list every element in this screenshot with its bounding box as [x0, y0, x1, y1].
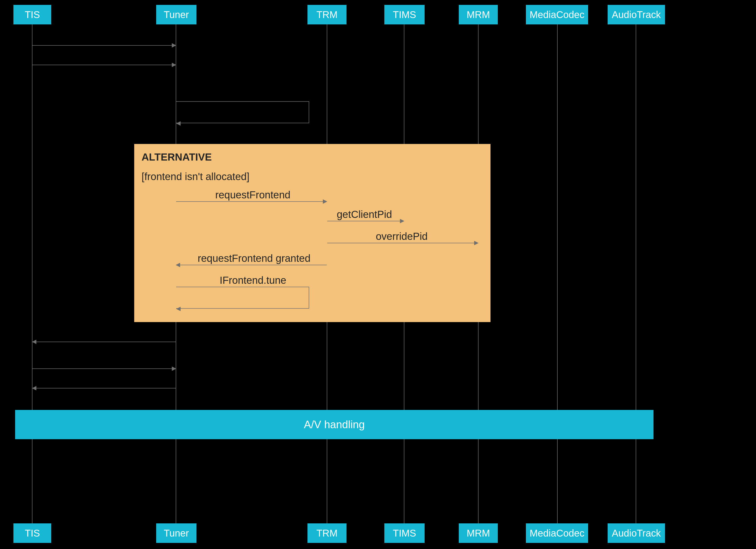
label-getclientpid: getClientPid: [337, 209, 392, 220]
arrow-request-frontend: [176, 201, 327, 202]
participant-bottom-tims: TIMS: [384, 523, 425, 543]
label-overridepid: overridePid: [376, 231, 428, 242]
label-request-frontend: requestFrontend: [215, 189, 290, 201]
self-ifrontend-tune: [176, 287, 309, 309]
participant-top-mediacodec: MediaCodec: [526, 5, 588, 24]
av-handling-bar: A/V handling: [15, 410, 654, 439]
arrow-tis-tuner-2: [32, 65, 176, 65]
participant-top-mrm: MRM: [459, 5, 498, 24]
arrow-tis-tuner-3: [32, 368, 176, 369]
av-handling-label: A/V handling: [304, 418, 365, 431]
participant-top-trm: TRM: [307, 5, 347, 24]
arrow-tuner-tis-1: [32, 342, 176, 342]
lifeline-mediacodec: [557, 24, 558, 523]
participant-bottom-tuner: Tuner: [156, 523, 196, 543]
participant-top-tuner: Tuner: [156, 5, 196, 24]
alt-guard: [frontend isn't allocated]: [142, 171, 249, 183]
participant-bottom-trm: TRM: [307, 523, 347, 543]
arrow-request-frontend-granted: [176, 265, 327, 265]
label-ifrontend-tune: IFrontend.tune: [220, 275, 286, 286]
participant-top-tims: TIMS: [384, 5, 425, 24]
lifeline-tis: [32, 24, 32, 523]
participant-bottom-tis: TIS: [13, 523, 51, 543]
arrow-tuner-tis-2: [32, 388, 176, 388]
participant-top-tis: TIS: [13, 5, 51, 24]
arrow-tis-tuner-1: [32, 45, 176, 46]
sequence-diagram: TIS Tuner TRM TIMS MRM MediaCodec AudioT…: [0, 0, 756, 549]
participant-top-audiotrack: AudioTrack: [608, 5, 665, 24]
arrow-overridepid: [327, 243, 478, 243]
alt-title: ALTERNATIVE: [142, 151, 212, 163]
participant-bottom-mrm: MRM: [459, 523, 498, 543]
arrow-getclientpid: [327, 221, 404, 221]
label-request-frontend-granted: requestFrontend granted: [198, 253, 310, 264]
participant-bottom-mediacodec: MediaCodec: [526, 523, 588, 543]
lifeline-audiotrack: [636, 24, 636, 523]
participant-bottom-audiotrack: AudioTrack: [608, 523, 665, 543]
self-tuner-1: [176, 101, 309, 123]
